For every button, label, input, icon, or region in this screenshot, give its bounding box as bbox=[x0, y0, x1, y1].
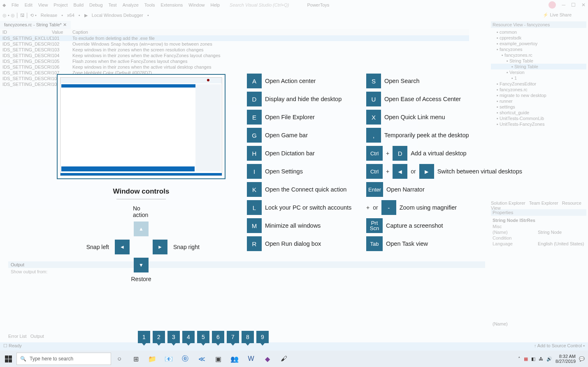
vscode-icon[interactable]: ≪ bbox=[193, 351, 210, 367]
tray-chevron-icon[interactable]: ˄ bbox=[518, 356, 521, 362]
file-explorer-icon[interactable]: 📁 bbox=[144, 351, 160, 367]
shortcut-row: TabOpen Task view bbox=[366, 236, 522, 251]
start-button[interactable] bbox=[0, 351, 16, 367]
key-e[interactable]: E bbox=[247, 110, 262, 125]
plus-label: + bbox=[386, 150, 389, 157]
arrow-right-key[interactable]: ► bbox=[153, 240, 167, 254]
shortcut-row: GOpen Game bar bbox=[247, 128, 351, 143]
notifications-icon[interactable]: 💬 bbox=[579, 356, 585, 362]
arrow-left-key[interactable]: ◄ bbox=[115, 240, 130, 254]
outlook-icon[interactable]: 📧 bbox=[160, 351, 177, 367]
paint-icon[interactable]: 🖌 bbox=[276, 351, 292, 367]
shortcut-row: ,Temporarily peek at the desktop bbox=[366, 128, 522, 143]
shortcut-description: Lock your PC or switch accounts bbox=[265, 204, 351, 211]
visual-studio-icon[interactable]: ◆ bbox=[259, 351, 276, 367]
windows-logo-icon bbox=[5, 355, 12, 362]
key-s[interactable]: S bbox=[366, 74, 381, 88]
number-key-8[interactable]: 8 bbox=[242, 331, 254, 343]
task-view-icon[interactable]: ⊞ bbox=[128, 351, 144, 367]
shortcut-row: Ctrl+◄or►Switch between virtual desktops bbox=[366, 164, 522, 179]
tray-status-icon[interactable]: ◧ bbox=[531, 356, 535, 362]
shortcut-description: Open Settings bbox=[265, 168, 303, 175]
tray-app-icon[interactable]: ▦ bbox=[524, 356, 528, 362]
key-d[interactable]: D bbox=[393, 146, 407, 161]
shortcut-description: Temporarily peek at the desktop bbox=[384, 132, 469, 138]
shortcut-guide-overlay: Window controls No action ▲ Snap left ◄ … bbox=[0, 0, 588, 367]
taskbar-search[interactable]: 🔍 Type here to search bbox=[16, 353, 111, 365]
windows-taskbar[interactable]: 🔍 Type here to search ○ ⊞ 📁 📧 ⓔ ≪ ▣ 👥 W … bbox=[0, 351, 588, 367]
key-prtscn[interactable]: Prt Scn bbox=[366, 218, 383, 233]
arrow-up-key[interactable]: ▲ bbox=[134, 222, 149, 236]
shortcut-row: UOpen Ease of Access Center bbox=[366, 92, 522, 106]
key-g[interactable]: G bbox=[247, 128, 262, 143]
cortana-icon[interactable]: ○ bbox=[111, 351, 128, 367]
key-x[interactable]: X bbox=[366, 110, 381, 125]
shortcut-description: Open Dictation bar bbox=[265, 150, 315, 157]
snap-left-label: Snap left bbox=[86, 244, 112, 250]
snap-right-label: Snap right bbox=[171, 244, 200, 250]
tray-network-icon[interactable]: 🖧 bbox=[539, 356, 543, 361]
key-,[interactable]: , bbox=[366, 128, 381, 143]
or-label: or bbox=[411, 168, 416, 175]
window-thumbnail[interactable] bbox=[57, 74, 225, 179]
key-►[interactable]: ► bbox=[419, 164, 434, 179]
key-i[interactable]: I bbox=[247, 164, 262, 179]
shortcut-row: +or-Zoom using magnifier bbox=[366, 200, 522, 215]
search-placeholder: Type here to search bbox=[30, 356, 73, 362]
plus-label: + bbox=[386, 168, 389, 175]
window-controls-grid: No action ▲ Snap left ◄ ► Snap right ▼ R… bbox=[57, 205, 225, 282]
system-tray[interactable]: ˄ ▦ ◧ 🖧 🔊 8:32 AM 8/27/2019 💬 bbox=[518, 354, 588, 364]
shortcut-description: Capture a screenshot bbox=[386, 222, 443, 229]
key-h[interactable]: H bbox=[247, 146, 262, 161]
arrow-down-key[interactable]: ▼ bbox=[134, 258, 149, 272]
number-key-1[interactable]: 1 bbox=[138, 331, 150, 343]
search-icon: 🔍 bbox=[20, 356, 26, 362]
key-tab[interactable]: Tab bbox=[366, 236, 383, 251]
number-keys-row: 123456789 bbox=[138, 331, 269, 343]
window-thumbnail-panel: Window controls No action ▲ Snap left ◄ … bbox=[57, 74, 225, 282]
shortcut-column-left: AOpen Action centerDDisplay and hide the… bbox=[247, 74, 351, 251]
number-key-5[interactable]: 5 bbox=[197, 331, 209, 343]
shortcut-row: SOpen Search bbox=[366, 74, 522, 88]
taskbar-clock[interactable]: 8:32 AM 8/27/2019 bbox=[555, 354, 576, 364]
shortcut-row: Ctrl+DAdd a virtual desktop bbox=[366, 146, 522, 161]
shortcut-row: HOpen Dictation bar bbox=[247, 146, 351, 161]
key-enter[interactable]: Enter bbox=[366, 182, 383, 197]
key-◄[interactable]: ◄ bbox=[393, 164, 407, 179]
key--[interactable]: - bbox=[381, 200, 396, 215]
shortcut-row: IOpen Settings bbox=[247, 164, 351, 179]
terminal-icon[interactable]: ▣ bbox=[210, 351, 226, 367]
shortcut-description: Open File Explorer bbox=[265, 114, 315, 120]
shortcut-row: DDisplay and hide the desktop bbox=[247, 92, 351, 106]
key-k[interactable]: K bbox=[247, 182, 262, 197]
no-action-label: No action bbox=[133, 205, 149, 218]
tray-volume-icon[interactable]: 🔊 bbox=[546, 356, 552, 362]
key-a[interactable]: A bbox=[247, 74, 262, 88]
shortcut-description: Open Ease of Access Center bbox=[384, 96, 461, 102]
shortcut-description: Minimize all windows bbox=[265, 222, 321, 229]
key-u[interactable]: U bbox=[366, 92, 381, 106]
shortcut-description: Zoom using magnifier bbox=[400, 204, 457, 211]
shortcut-description: Open the Connect quick action bbox=[265, 186, 346, 193]
number-key-7[interactable]: 7 bbox=[227, 331, 239, 343]
shortcut-row: XOpen Quick Link menu bbox=[366, 110, 522, 125]
number-key-6[interactable]: 6 bbox=[212, 331, 224, 343]
shortcut-row: EnterOpen Narrator bbox=[366, 182, 522, 197]
shortcut-row: MMinimize all windows bbox=[247, 218, 351, 233]
shortcut-row: LLock your PC or switch accounts bbox=[247, 200, 351, 215]
number-key-9[interactable]: 9 bbox=[256, 331, 269, 343]
edge-icon[interactable]: ⓔ bbox=[177, 351, 193, 367]
teams-icon[interactable]: 👥 bbox=[226, 351, 243, 367]
key-l[interactable]: L bbox=[247, 200, 262, 215]
number-key-2[interactable]: 2 bbox=[153, 331, 165, 343]
key-r[interactable]: R bbox=[247, 236, 262, 251]
shortcut-row: ROpen Run dialog box bbox=[247, 236, 351, 251]
word-icon[interactable]: W bbox=[243, 351, 259, 367]
key-ctrl[interactable]: Ctrl bbox=[366, 164, 383, 179]
number-key-4[interactable]: 4 bbox=[182, 331, 195, 343]
key-ctrl[interactable]: Ctrl bbox=[366, 146, 383, 161]
number-key-3[interactable]: 3 bbox=[167, 331, 180, 343]
key-d[interactable]: D bbox=[247, 92, 262, 106]
key-m[interactable]: M bbox=[247, 218, 262, 233]
shortcut-description: Open Quick Link menu bbox=[384, 114, 445, 120]
